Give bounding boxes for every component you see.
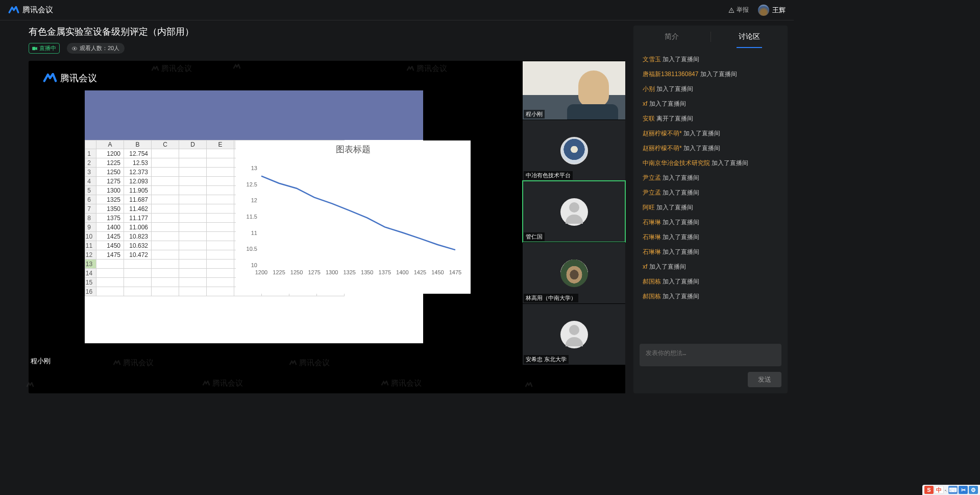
participant-name: 中冶有色技术平台 (524, 171, 573, 180)
chat-input[interactable] (640, 344, 781, 366)
svg-text:1200: 1200 (255, 269, 267, 275)
watermark: 腾讯会议 (289, 358, 330, 368)
chat-line: 郝国栋 加入了直播间 (643, 274, 778, 289)
brand: 腾讯会议 (8, 5, 53, 15)
svg-text:1450: 1450 (431, 269, 444, 275)
svg-text:1225: 1225 (273, 269, 285, 275)
participant-tile[interactable]: 安希忠 东北大学 (523, 303, 625, 365)
user-name: 王辉 (772, 6, 786, 15)
line-chart: 1010.51111.51212.51312001225125012751300… (236, 155, 471, 288)
chat-line: 唐福新13811360847 加入了直播间 (643, 67, 778, 82)
participant-name: 管仁国 (524, 232, 545, 241)
svg-point-1 (731, 11, 732, 12)
participant-tile[interactable]: 中冶有色技术平台 (523, 120, 625, 181)
svg-text:1325: 1325 (343, 269, 355, 275)
chat-line: 文雪玉 加入了直播间 (643, 52, 778, 67)
avatar (560, 198, 588, 226)
chat-line: 尹立孟 加入了直播间 (643, 185, 778, 200)
chat-line: xf 加入了直播间 (643, 97, 778, 111)
user-menu[interactable]: 王辉 (758, 5, 786, 16)
svg-rect-2 (32, 46, 35, 50)
chat-line: 石琳琳 加入了直播间 (643, 215, 778, 230)
tencent-meeting-logo-icon (8, 6, 19, 14)
avatar (560, 321, 588, 348)
watermark: 腾讯会议 (113, 358, 154, 368)
svg-text:1350: 1350 (361, 269, 373, 275)
svg-text:1300: 1300 (326, 269, 338, 275)
chat-list: 文雪玉 加入了直播间唐福新13811360847 加入了直播间小别 加入了直播间… (633, 48, 788, 344)
watermark (233, 64, 241, 70)
shared-slide: ABCDEFGHI1120012.7542122512.533125012.37… (85, 90, 423, 343)
user-avatar (758, 5, 769, 16)
svg-text:1375: 1375 (379, 269, 391, 275)
chat-line: 尹立孟 加入了直播间 (643, 171, 778, 185)
svg-text:12.5: 12.5 (247, 181, 257, 187)
chat-line: 赵丽柠檬不萌* 加入了直播间 (643, 141, 778, 156)
svg-text:1250: 1250 (290, 269, 303, 275)
avatar (560, 137, 588, 164)
chat-line: xf 加入了直播间 (643, 260, 778, 274)
svg-text:1425: 1425 (414, 269, 426, 275)
chat-line: 小别 加入了直播间 (643, 82, 778, 97)
eye-icon (72, 46, 77, 51)
report-label: 举报 (737, 6, 749, 14)
svg-text:1275: 1275 (308, 269, 320, 275)
viewer-count: 观看人数：20人 (67, 43, 125, 54)
chart-title: 图表标题 (236, 144, 471, 155)
chat-line: 赵丽柠檬不萌* 加入了直播间 (643, 126, 778, 141)
topbar: 腾讯会议 举报 王辉 (0, 0, 794, 20)
chat-line: 阿旺 加入了直播间 (643, 200, 778, 215)
watermark: 腾讯会议 (381, 379, 422, 388)
chat-line: 郝国栋 加入了直播间 (643, 289, 778, 304)
watermark (26, 382, 34, 388)
participant-tile[interactable]: 林高用（中南大学） (523, 242, 625, 303)
watermark: 腾讯会议 (151, 64, 192, 74)
tab-intro[interactable]: 简介 (633, 26, 710, 48)
participant-tile[interactable]: 程小刚 (523, 61, 625, 120)
avatar (560, 260, 588, 287)
participant-tile[interactable]: 管仁国 (523, 181, 625, 242)
svg-text:10.5: 10.5 (247, 246, 257, 252)
warning-icon (728, 7, 734, 13)
chat-line: 安联 离开了直播间 (643, 111, 778, 126)
participants-panel: 程小刚 中冶有色技术平台 管仁国 林高用（中南大学） 安希忠 东北大学 (523, 61, 625, 393)
chat-line: 中南京华冶金技术研究院 加入了直播间 (643, 156, 778, 171)
share-brand: 腾讯会议 (43, 72, 97, 84)
camera-icon (32, 46, 37, 51)
brand-name: 腾讯会议 (22, 5, 53, 15)
participant-name: 林高用（中南大学） (524, 294, 578, 302)
svg-text:11.5: 11.5 (247, 214, 257, 220)
shared-screen: 腾讯会议 腾讯会议 腾讯会议 腾讯会议 腾讯会议 腾讯会议 腾讯会议 程小刚 (29, 61, 523, 393)
live-badge: 直播中 (29, 43, 60, 54)
report-button[interactable]: 举报 (728, 6, 749, 14)
presenter-label: 程小刚 (31, 357, 51, 366)
chat-panel: 简介 讨论区 文雪玉 加入了直播间唐福新13811360847 加入了直播间小别… (633, 26, 788, 393)
svg-text:11: 11 (251, 230, 257, 236)
participant-name: 安希忠 东北大学 (524, 355, 569, 364)
tab-chat[interactable]: 讨论区 (711, 26, 788, 48)
svg-text:1475: 1475 (449, 269, 461, 275)
meeting-title: 有色金属实验室设备级别评定（内部用） (29, 26, 194, 38)
svg-text:10: 10 (251, 262, 257, 268)
chat-line: 石琳琳 加入了直播间 (643, 245, 778, 260)
watermark: 腾讯会议 (202, 379, 243, 388)
chat-line: 石琳琳 加入了直播间 (643, 230, 778, 245)
svg-point-4 (74, 48, 76, 49)
participant-name: 程小刚 (524, 110, 545, 119)
send-button[interactable]: 发送 (748, 372, 781, 387)
watermark: 腾讯会议 (406, 64, 447, 74)
svg-text:12: 12 (251, 197, 257, 203)
svg-text:1400: 1400 (396, 269, 408, 275)
chart: 图表标题 1010.51111.51212.513120012251250127… (236, 140, 471, 294)
svg-text:13: 13 (251, 165, 257, 171)
